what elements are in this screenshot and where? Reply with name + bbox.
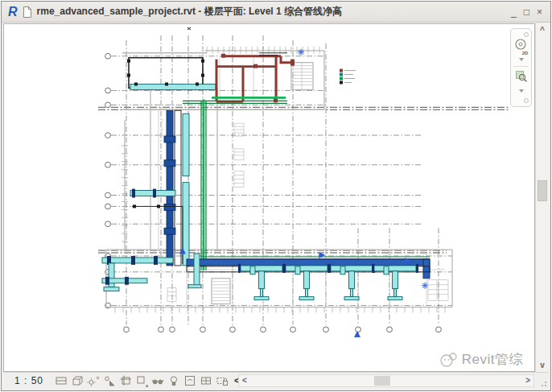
temporary-hide-isolate-icon[interactable] (150, 374, 164, 388)
navigation-bar[interactable]: 2D (510, 28, 532, 107)
shadows-icon[interactable] (102, 374, 116, 388)
navbar-divider (513, 66, 529, 67)
zoom-dropdown-icon[interactable] (519, 89, 524, 93)
ducts-stem (130, 110, 189, 266)
pipes-green (183, 97, 430, 270)
room-topleft (127, 58, 216, 90)
bottom-bar: 1 : 50 (3, 372, 549, 389)
north-mark (187, 27, 191, 30)
vertical-scrollbar[interactable]: ^ v (535, 23, 549, 372)
crop-view-icon[interactable] (118, 374, 132, 388)
drawing-area[interactable]: 2D Revit管综 (3, 23, 535, 372)
zoom-region-icon[interactable] (514, 69, 529, 87)
scroll-right-icon[interactable]: > (525, 376, 530, 385)
view-scale[interactable]: 1 : 50 (14, 375, 43, 386)
document-icon (22, 6, 33, 19)
reveal-constraints-icon[interactable] (215, 374, 229, 388)
color-legend (340, 69, 356, 85)
vertical-scroll-thumb[interactable] (538, 180, 547, 201)
resize-grip[interactable] (540, 380, 546, 386)
floor-plan (4, 24, 534, 371)
visual-style-icon[interactable] (70, 374, 84, 388)
detail-level-icon[interactable] (54, 374, 68, 388)
navbar-knob-bottom[interactable] (524, 98, 529, 103)
window-title: rme_advanced_sample_project.rvt - 楼层平面: … (37, 5, 342, 19)
revit-view-window: R rme_advanced_sample_project.rvt - 楼层平面… (1, 1, 551, 391)
sun-path-icon[interactable] (86, 374, 100, 388)
analytical-model-icon[interactable] (199, 374, 212, 388)
temporary-view-properties-icon[interactable] (183, 374, 196, 388)
horizontal-scroll-thumb[interactable] (374, 376, 390, 386)
ducts-maroon (216, 53, 295, 103)
minimize-button[interactable]: _ (511, 7, 517, 17)
show-crop-region-icon[interactable] (134, 374, 148, 388)
horizontal-scrollbar[interactable]: < > (238, 374, 534, 387)
scroll-down-icon[interactable]: v (536, 361, 549, 369)
ducts-bottom-wing (102, 254, 430, 300)
revit-logo-icon: R (8, 6, 18, 19)
wheel-2d-label: 2D (522, 51, 529, 56)
navbar-knob-top[interactable] (524, 32, 529, 37)
reveal-hidden-elements-icon[interactable] (167, 374, 180, 388)
wheel-dropdown-icon[interactable] (519, 58, 524, 61)
scroll-left-icon[interactable]: < (242, 376, 247, 385)
scroll-up-icon[interactable]: ^ (536, 26, 549, 35)
close-button[interactable]: × (537, 7, 542, 17)
view-control-bar: 1 : 50 (14, 373, 240, 389)
maximize-button[interactable]: □ (524, 7, 529, 17)
title-bar[interactable]: R rme_advanced_sample_project.rvt - 楼层平面… (2, 2, 550, 23)
